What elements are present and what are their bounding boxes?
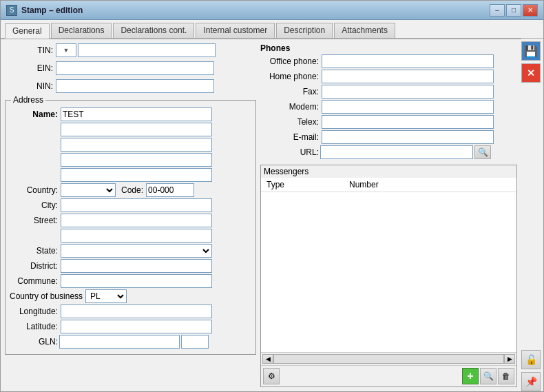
gln-input[interactable] [59, 335, 180, 349]
gln-extra-input[interactable] [181, 335, 209, 349]
search-messenger-button[interactable]: 🔍 [480, 368, 496, 384]
tab-internal-customer[interactable]: Internal customer [196, 23, 275, 38]
addr-line-3-row [10, 153, 251, 167]
tab-bar: General Declarations Declarations cont. … [1, 20, 543, 38]
home-phone-row: Home phone: [260, 70, 517, 83]
tin-row: TIN: ▼ [5, 43, 256, 57]
messengers-section: Messengers Type Number ◀ ▶ [260, 165, 517, 387]
state-label: State: [10, 246, 58, 256]
tab-declarations[interactable]: Declarations [51, 23, 112, 38]
right-side-buttons: 💾 ✕ 🔓 📌 [521, 39, 543, 391]
country-business-label: Country of business [10, 291, 83, 301]
add-messenger-button[interactable]: + [462, 368, 479, 384]
name-row: Name: [10, 107, 251, 121]
bookmark-icon: 📌 [525, 376, 537, 387]
delete-icon: 🗑 [502, 371, 510, 381]
lock-button[interactable]: 🔓 [521, 350, 541, 369]
url-label: URL: [260, 147, 319, 157]
code-label: Code: [121, 185, 143, 195]
search-icon: 🔍 [483, 371, 494, 381]
save-button[interactable]: 💾 [521, 41, 541, 61]
title-bar: S Stamp – edition – □ ✕ [1, 1, 543, 20]
tab-declarations-cont[interactable]: Declarations cont. [113, 23, 194, 38]
window-title: Stamp – edition [21, 6, 83, 15]
url-browse-button[interactable]: 🔍 [474, 145, 491, 159]
ein-label: EIN: [5, 63, 53, 73]
longitude-input[interactable] [61, 305, 212, 318]
left-panel: TIN: ▼ EIN: NIN: [5, 43, 256, 387]
main-window: S Stamp – edition – □ ✕ General Declarat… [0, 0, 544, 392]
tab-general[interactable]: General [5, 23, 50, 39]
address-line-1-input[interactable] [61, 123, 212, 136]
latitude-input[interactable] [61, 320, 212, 333]
name-input[interactable] [61, 107, 212, 121]
commune-label: Commune: [10, 276, 58, 286]
district-label: District: [10, 261, 58, 271]
street-extra-row [10, 229, 251, 243]
commune-input[interactable] [61, 274, 212, 288]
country-business-select[interactable]: PL [85, 289, 127, 303]
country-row: Country: Code: [10, 183, 251, 197]
address-line-2-input[interactable] [61, 138, 212, 152]
add-icon: + [467, 370, 473, 382]
street-row: Street: [10, 214, 251, 227]
address-line-3-input[interactable] [61, 153, 212, 167]
code-input[interactable] [146, 183, 194, 197]
street-extra-input[interactable] [61, 229, 212, 243]
number-column-header: Number [346, 179, 381, 190]
close-button[interactable]: ✕ [523, 4, 538, 17]
url-input[interactable] [320, 145, 473, 159]
district-input[interactable] [61, 259, 212, 273]
messenger-action-buttons: + 🔍 🗑 [462, 368, 514, 384]
messengers-toolbar: ⚙ + 🔍 🗑 [261, 365, 516, 386]
street-input[interactable] [61, 214, 212, 227]
email-input[interactable] [322, 130, 494, 144]
city-input[interactable] [61, 198, 212, 212]
fax-label: Fax: [260, 87, 319, 96]
nin-input[interactable] [56, 79, 214, 93]
telex-input[interactable] [322, 115, 494, 129]
email-label: E-mail: [260, 132, 319, 142]
state-select[interactable] [61, 244, 212, 258]
tin-input-group: ▼ [56, 43, 216, 57]
app-icon: S [6, 5, 17, 16]
office-phone-label: Office phone: [260, 56, 319, 66]
latitude-row: Latitude: [10, 320, 251, 333]
delete-messenger-button[interactable]: 🗑 [498, 368, 514, 384]
telex-label: Telex: [260, 117, 319, 127]
city-row: City: [10, 198, 251, 212]
address-section-title: Address [11, 95, 45, 105]
phones-section: Phones Office phone: Home phone: Fax: [260, 43, 517, 159]
office-phone-input[interactable] [322, 54, 494, 68]
scroll-left-button[interactable]: ◀ [262, 354, 273, 364]
telex-row: Telex: [260, 115, 517, 129]
scroll-right-button[interactable]: ▶ [504, 354, 515, 364]
cancel-button[interactable]: ✕ [521, 63, 541, 83]
longitude-label: Longitude: [10, 307, 58, 316]
messengers-header: Type Number [261, 178, 516, 192]
longitude-row: Longitude: [10, 305, 251, 318]
home-phone-input[interactable] [322, 70, 494, 83]
tab-attachments[interactable]: Attachments [334, 23, 395, 38]
ein-input[interactable] [56, 61, 214, 75]
maximize-button[interactable]: □ [506, 4, 521, 17]
office-phone-row: Office phone: [260, 54, 517, 68]
tab-description[interactable]: Description [276, 23, 333, 38]
nin-label: NIN: [5, 81, 53, 91]
settings-button[interactable]: ⚙ [263, 368, 280, 384]
fax-input[interactable] [322, 85, 494, 99]
modem-input[interactable] [322, 100, 494, 114]
bookmark-button[interactable]: 📌 [521, 372, 541, 391]
state-row: State: [10, 244, 251, 258]
country-business-row: Country of business PL [10, 289, 251, 303]
tin-dropdown[interactable]: ▼ [56, 43, 76, 57]
addr-line-2-row [10, 138, 251, 152]
url-row: URL: 🔍 [260, 145, 517, 159]
horizontal-scrollbar[interactable] [273, 354, 504, 364]
minimize-button[interactable]: – [490, 4, 505, 17]
tin-input[interactable] [78, 43, 216, 57]
name-label: Name: [10, 110, 58, 119]
home-phone-label: Home phone: [260, 72, 319, 81]
country-select[interactable] [61, 183, 116, 197]
address-line-4-input[interactable] [61, 168, 212, 182]
